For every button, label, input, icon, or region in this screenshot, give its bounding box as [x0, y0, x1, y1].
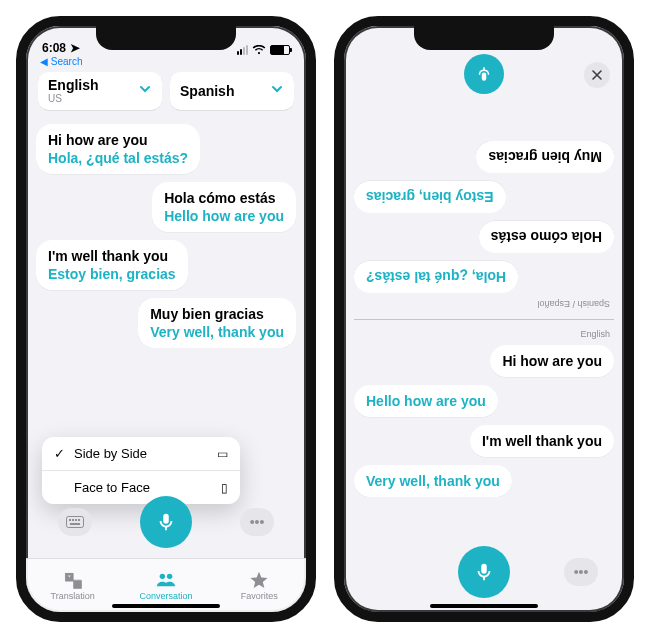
- chevron-down-icon: [138, 82, 152, 100]
- menu-item-side-by-side[interactable]: ✓ Side by Side ▭: [42, 437, 240, 470]
- tab-translation[interactable]: Translation: [26, 559, 119, 612]
- chat-bubble[interactable]: Hola cómo estás: [479, 221, 614, 253]
- microphone-button[interactable]: [458, 546, 510, 598]
- source-language-region: US: [48, 93, 99, 104]
- bubble-source-text: Hola cómo estás: [164, 190, 284, 206]
- face-to-face-icon: ▯: [221, 481, 228, 495]
- bottom-language-label: English: [354, 327, 614, 345]
- tab-label: Favorites: [241, 591, 278, 601]
- tab-favorites[interactable]: Favorites: [213, 559, 306, 612]
- input-controls: •••: [344, 546, 624, 598]
- target-language-picker[interactable]: Spanish: [170, 72, 294, 110]
- status-time: 6:08: [42, 41, 66, 55]
- chat-bubble[interactable]: Hi how are youHola, ¿qué tal estás?: [36, 124, 200, 174]
- bubble-translated-text: Hello how are you: [164, 208, 284, 224]
- tab-label: Conversation: [139, 591, 192, 601]
- source-language-picker[interactable]: English US: [38, 72, 162, 110]
- chat-bubble[interactable]: Muy bien graciasVery well, thank you: [138, 298, 296, 348]
- phone-face-to-face: Spanish / Español Hola, ¿qué tal estás?H…: [334, 16, 634, 622]
- bubble-text: Muy bien gracias: [488, 149, 602, 165]
- input-controls: •••: [26, 496, 306, 548]
- chat-bubble[interactable]: Muy bien gracias: [476, 141, 614, 173]
- bubble-text: Very well, thank you: [366, 473, 500, 489]
- home-indicator[interactable]: [430, 604, 538, 608]
- chat-bubble[interactable]: Estoy bien, gracias: [354, 181, 506, 213]
- notch: [414, 26, 554, 50]
- source-language-name: English: [48, 78, 99, 93]
- bubble-translated-text: Hola, ¿qué tal estás?: [48, 150, 188, 166]
- target-language-name: Spanish: [180, 84, 234, 99]
- microphone-button-top[interactable]: [464, 54, 504, 94]
- top-conversation[interactable]: Hola, ¿qué tal estás?Hola cómo estásEsto…: [354, 141, 614, 293]
- chat-bubble[interactable]: I'm well thank youEstoy bien, gracias: [36, 240, 188, 290]
- checkmark-icon: ✓: [54, 446, 68, 461]
- home-indicator[interactable]: [112, 604, 220, 608]
- notch: [96, 26, 236, 50]
- chat-bubble[interactable]: Hi how are you: [490, 345, 614, 377]
- bubble-text: Hola cómo estás: [491, 229, 602, 245]
- svg-rect-3: [75, 519, 77, 521]
- chat-bubble[interactable]: Very well, thank you: [354, 465, 512, 497]
- tab-label: Translation: [51, 591, 95, 601]
- top-language-label: Spanish / Español: [354, 293, 614, 311]
- svg-point-6: [160, 574, 165, 579]
- back-search-link[interactable]: ◀ Search: [40, 56, 82, 67]
- wifi-icon: [252, 45, 266, 55]
- bubble-text: Hi how are you: [502, 353, 602, 369]
- bubble-text: I'm well thank you: [482, 433, 602, 449]
- keyboard-button[interactable]: [58, 508, 92, 536]
- phone-side-by-side: 6:08 ➤ ◀ Search English US Spanish Hi ho…: [16, 16, 316, 622]
- side-by-side-icon: ▭: [217, 447, 228, 461]
- bubble-text: Hello how are you: [366, 393, 486, 409]
- bubble-translated-text: Very well, thank you: [150, 324, 284, 340]
- close-button[interactable]: [584, 62, 610, 88]
- face-to-face-bottom-pane: English Hi how are youHello how are youI…: [344, 319, 624, 552]
- svg-rect-2: [72, 519, 74, 521]
- close-icon: [591, 69, 603, 81]
- svg-rect-1: [69, 519, 71, 521]
- bubble-translated-text: Estoy bien, gracias: [48, 266, 176, 282]
- bubble-source-text: I'm well thank you: [48, 248, 176, 264]
- cell-signal-icon: [237, 45, 248, 55]
- bubble-source-text: Muy bien gracias: [150, 306, 284, 322]
- bubble-source-text: Hi how are you: [48, 132, 188, 148]
- chat-bubble[interactable]: I'm well thank you: [470, 425, 614, 457]
- bubble-text: Estoy bien, gracias: [366, 189, 494, 205]
- svg-point-7: [167, 574, 172, 579]
- chevron-down-icon: [270, 82, 284, 100]
- more-button[interactable]: •••: [564, 558, 598, 586]
- battery-icon: [270, 45, 290, 55]
- chat-bubble[interactable]: Hello how are you: [354, 385, 498, 417]
- bottom-conversation[interactable]: Hi how are youHello how are youI'm well …: [354, 345, 614, 497]
- chat-bubble[interactable]: Hola cómo estásHello how are you: [152, 182, 296, 232]
- location-arrow-icon: ➤: [70, 41, 80, 55]
- conversation-scroll[interactable]: Hi how are youHola, ¿qué tal estás?Hola …: [26, 118, 306, 348]
- svg-rect-0: [67, 517, 84, 528]
- chat-bubble[interactable]: Hola, ¿qué tal estás?: [354, 261, 518, 293]
- microphone-button[interactable]: [140, 496, 192, 548]
- svg-rect-4: [78, 519, 80, 521]
- bubble-text: Hola, ¿qué tal estás?: [366, 269, 506, 285]
- svg-rect-5: [70, 523, 80, 525]
- view-mode-menu: ✓ Side by Side ▭ Face to Face ▯: [42, 437, 240, 504]
- more-button[interactable]: •••: [240, 508, 274, 536]
